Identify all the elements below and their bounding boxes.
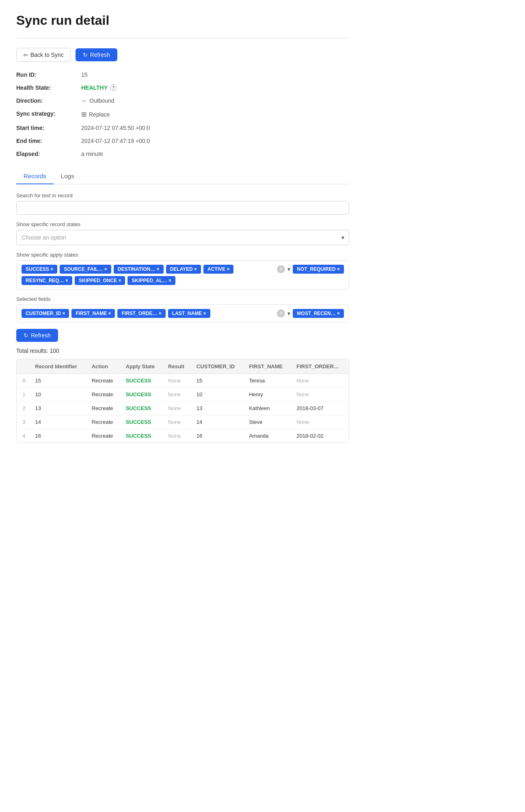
row-first-name-2: Kathleen (244, 402, 292, 415)
row-first-order-2: 2018-03-07 (292, 402, 349, 415)
expand-apply-states-button[interactable]: ▾ (287, 266, 290, 272)
apply-states-section: Show specific apply states SUCCESS × SOU… (16, 252, 349, 289)
tags-controls-fields: × ▾ (277, 309, 290, 317)
selected-fields-label: Selected fields (16, 296, 349, 302)
elapsed-value: a minute (81, 151, 349, 157)
row-record-id-0: 15 (30, 374, 87, 388)
tag-skipped-al[interactable]: SKIPPED_AL… × (127, 276, 175, 285)
row-record-id-1: 10 (30, 388, 87, 402)
row-action-0: Recreate (87, 374, 121, 388)
tabs-container: Records Logs (16, 168, 349, 184)
refresh-button-bottom[interactable]: ↻ Refresh (16, 329, 58, 342)
refresh-icon-bottom: ↻ (24, 332, 28, 339)
row-index-0: 0 (17, 374, 30, 388)
col-apply-state: Apply State (121, 359, 163, 374)
table-row: 0 15 Recreate SUCCESS None 15 Teresa Non… (17, 374, 349, 388)
info-grid: Run ID: 15 Health State: HEALTHY ? Direc… (16, 71, 349, 157)
row-first-order-4: 2018-02-02 (292, 429, 349, 443)
tag-most-recen[interactable]: MOST_RECEN… × (293, 309, 344, 318)
row-record-id-3: 14 (30, 415, 87, 429)
record-states-section: Show specific record states Choose an op… (16, 221, 349, 245)
record-states-select-wrapper: Choose an option ▾ (16, 230, 349, 245)
row-action-3: Recreate (87, 415, 121, 429)
row-apply-state-1: SUCCESS (121, 388, 163, 402)
tag-last-name[interactable]: LAST_NAME × (168, 309, 210, 318)
direction-arrow-icon: ↔ (81, 97, 87, 104)
row-first-name-4: Amanda (244, 429, 292, 443)
start-time-label: Start time: (16, 125, 81, 131)
tag-destination[interactable]: DESTINATION… × (114, 265, 164, 274)
record-states-select[interactable]: Choose an option (16, 230, 349, 245)
tab-records[interactable]: Records (16, 168, 54, 184)
row-record-id-2: 13 (30, 402, 87, 415)
elapsed-label: Elapsed: (16, 151, 81, 157)
start-time-value: 2024-07-12 07:45:50 +00:0 (81, 125, 349, 131)
tag-source-fail[interactable]: SOURCE_FAIL… × (60, 265, 111, 274)
row-index-3: 3 (17, 415, 30, 429)
strategy-icon: ⊞ (81, 110, 86, 118)
sync-strategy-label: Sync strategy: (16, 110, 81, 118)
row-index-4: 4 (17, 429, 30, 443)
row-first-order-1: None (292, 388, 349, 402)
clear-apply-states-button[interactable]: × (277, 265, 285, 273)
row-first-name-3: Steve (244, 415, 292, 429)
health-state-value: HEALTHY ? (81, 84, 349, 91)
table-row: 4 16 Recreate SUCCESS None 16 Amanda 201… (17, 429, 349, 443)
row-customer-id-3: 14 (192, 415, 244, 429)
row-customer-id-1: 10 (192, 388, 244, 402)
table-row: 3 14 Recreate SUCCESS None 14 Steve None (17, 415, 349, 429)
row-apply-state-4: SUCCESS (121, 429, 163, 443)
tag-first-name[interactable]: FIRST_NAME × (71, 309, 115, 318)
back-arrow-icon: ⇦ (23, 52, 28, 58)
row-customer-id-2: 13 (192, 402, 244, 415)
divider-top (16, 38, 349, 38)
row-result-4: None (163, 429, 192, 443)
row-index-2: 2 (17, 402, 30, 415)
apply-states-tags-box: SUCCESS × SOURCE_FAIL… × DESTINATION… × … (16, 260, 349, 289)
health-help-icon[interactable]: ? (110, 84, 117, 91)
refresh-button-top[interactable]: ↻ Refresh (76, 48, 117, 61)
row-action-4: Recreate (87, 429, 121, 443)
back-to-sync-button[interactable]: ⇦ Back to Sync (16, 48, 71, 62)
table-header-row: Record Identifier Action Apply State Res… (17, 359, 349, 374)
search-section: Search for text in record (16, 192, 349, 221)
clear-fields-button[interactable]: × (277, 309, 285, 317)
row-result-1: None (163, 388, 192, 402)
row-index-1: 1 (17, 388, 30, 402)
row-customer-id-4: 16 (192, 429, 244, 443)
tag-skipped-once[interactable]: SKIPPED_ONCE × (75, 276, 125, 285)
refresh-icon-top: ↻ (83, 52, 88, 58)
run-id-value: 15 (81, 71, 349, 78)
tag-customer-id[interactable]: CUSTOMER_ID × (22, 309, 69, 318)
health-state-label: Health State: (16, 84, 81, 91)
records-table: Record Identifier Action Apply State Res… (17, 359, 349, 443)
table-row: 1 10 Recreate SUCCESS None 10 Henry None (17, 388, 349, 402)
tag-active[interactable]: ACTIVE × (203, 265, 233, 274)
col-first-order: FIRST_ORDER… (292, 359, 349, 374)
row-first-order-0: None (292, 374, 349, 388)
tab-logs[interactable]: Logs (54, 168, 82, 184)
tag-success[interactable]: SUCCESS × (22, 265, 57, 274)
expand-fields-button[interactable]: ▾ (287, 310, 290, 317)
row-result-0: None (163, 374, 192, 388)
tag-first-orde[interactable]: FIRST_ORDE… × (117, 309, 165, 318)
row-first-name-1: Henry (244, 388, 292, 402)
search-label: Search for text in record (16, 192, 349, 199)
record-states-label: Show specific record states (16, 221, 349, 227)
col-first-name: FIRST_NAME (244, 359, 292, 374)
row-action-1: Recreate (87, 388, 121, 402)
col-result: Result (163, 359, 192, 374)
search-input[interactable] (16, 201, 349, 215)
direction-value: ↔ Outbound (81, 97, 349, 104)
row-result-2: None (163, 402, 192, 415)
run-id-label: Run ID: (16, 71, 81, 78)
tag-delayed[interactable]: DELAYED × (166, 265, 201, 274)
direction-label: Direction: (16, 97, 81, 104)
tags-controls-apply: × ▾ (277, 265, 290, 273)
sync-strategy-value: ⊞ Replace (81, 110, 349, 118)
row-customer-id-0: 15 (192, 374, 244, 388)
tag-not-required[interactable]: NOT_REQUIRED × (293, 265, 344, 274)
tag-resync-req[interactable]: RESYNC_REQ… × (22, 276, 72, 285)
action-bar: ⇦ Back to Sync ↻ Refresh (16, 48, 349, 62)
col-index (17, 359, 30, 374)
